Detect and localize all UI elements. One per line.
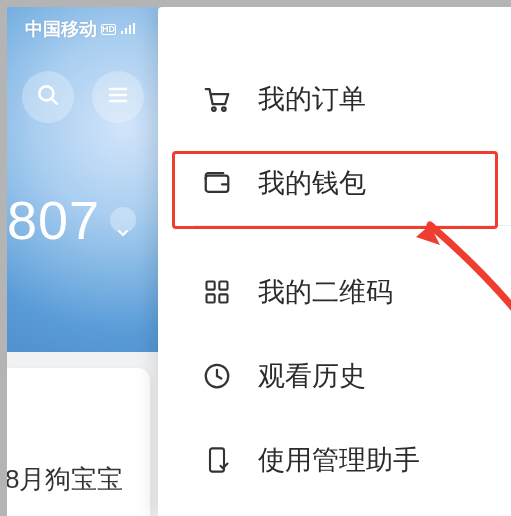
phone-gradient [7,7,162,352]
carrier-label: 中国移动 [25,17,97,41]
number-dropdown[interactable] [110,207,136,233]
menu-item-history[interactable]: 观看历史 [158,334,511,418]
hamburger-icon [106,83,130,111]
svg-rect-9 [219,282,227,290]
card-area: 8月狗宝宝 [7,352,162,516]
menu-item-manage[interactable]: 使用管理助手 [158,418,511,502]
hd-badge: HD [101,24,116,35]
svg-line-1 [51,98,56,103]
menu-label-orders: 我的订单 [258,81,366,117]
card-title: 8月狗宝宝 [7,462,150,497]
main-number-row: 807 [7,189,136,251]
svg-point-6 [222,107,226,111]
search-button[interactable] [22,71,74,123]
menu-label-wallet: 我的钱包 [258,165,366,201]
menu-item-orders[interactable]: 我的订单 [158,57,511,141]
main-number: 807 [7,189,100,251]
chevron-down-icon [117,189,129,251]
phone-background-pane: 中国移动 HD 807 8月狗宝宝 [7,7,162,516]
menu-label-qrcode: 我的二维码 [258,274,393,310]
phone-check-icon [200,443,234,477]
search-icon [35,82,61,112]
menu-label-history: 观看历史 [258,358,366,394]
clock-icon [200,359,234,393]
svg-rect-11 [219,294,227,302]
menu-item-qrcode[interactable]: 我的二维码 [158,250,511,334]
cart-icon [200,82,234,116]
signal-icon [120,19,136,40]
svg-point-5 [212,107,216,111]
status-bar: 中国移动 HD [25,17,136,41]
svg-rect-10 [207,294,215,302]
drawer-menu: 我的订单 我的钱包 我的二维码 观看历史 使用管理助手 [158,7,511,516]
menu-button[interactable] [92,71,144,123]
menu-label-manage: 使用管理助手 [258,442,420,478]
qrcode-icon [200,275,234,309]
svg-rect-8 [207,282,215,290]
content-card[interactable]: 8月狗宝宝 [7,368,150,516]
menu-item-wallet[interactable]: 我的钱包 [158,141,511,225]
wallet-icon [200,166,234,200]
